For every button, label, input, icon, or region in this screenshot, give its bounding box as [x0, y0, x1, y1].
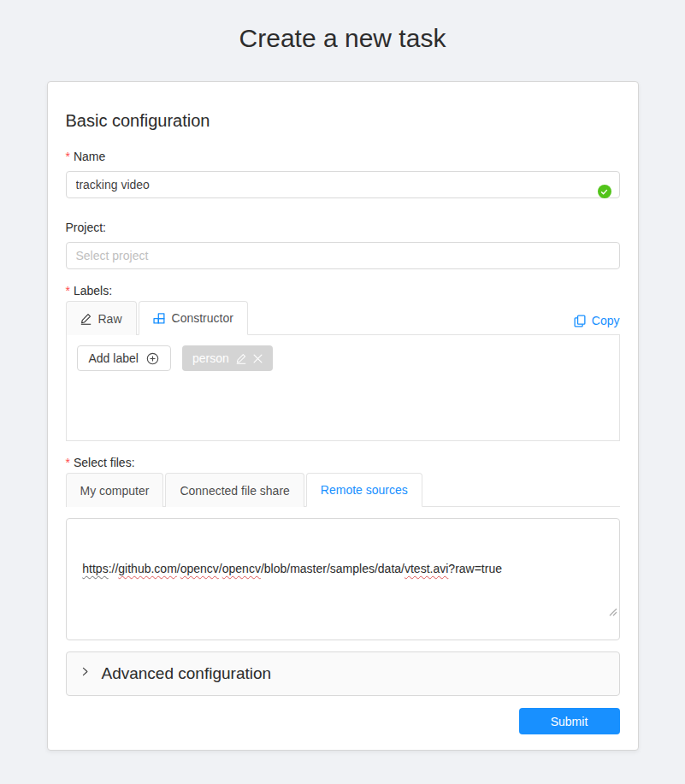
plus-circle-icon — [146, 352, 159, 365]
project-select-input[interactable] — [66, 242, 620, 269]
labels-field-label: *Labels: — [66, 283, 620, 298]
tab-remote-sources-label: Remote sources — [321, 483, 408, 497]
tab-raw[interactable]: Raw — [66, 301, 137, 335]
tab-connected-file-share[interactable]: Connected file share — [165, 473, 304, 507]
files-label-text: Select files: — [74, 456, 135, 469]
tab-my-computer[interactable]: My computer — [66, 473, 164, 507]
required-marker: * — [66, 150, 70, 163]
tab-constructor-label: Constructor — [172, 311, 233, 325]
advanced-configuration-toggle[interactable]: Advanced configuration — [66, 651, 620, 696]
name-input-wrap — [66, 171, 620, 198]
advanced-configuration-label: Advanced configuration — [102, 664, 272, 683]
name-input[interactable] — [66, 171, 620, 198]
edit-icon[interactable] — [236, 353, 246, 364]
project-field-label: Project: — [66, 220, 620, 235]
tab-constructor[interactable]: Constructor — [139, 301, 248, 335]
label-tag-name: person — [192, 351, 229, 365]
labels-label-text: Labels: — [74, 284, 112, 298]
close-icon[interactable] — [253, 354, 263, 363]
resize-grip-icon[interactable] — [588, 587, 617, 638]
project-label-text: Project: — [66, 221, 106, 234]
labels-constructor-panel: Add label person — [66, 335, 620, 441]
add-label-button-label: Add label — [89, 351, 139, 365]
labels-tabbar: Raw Constructor Copy — [66, 301, 620, 335]
name-field-label: *Name — [66, 149, 620, 164]
chevron-right-icon — [80, 667, 90, 676]
remote-urls-textarea[interactable]: https://github.com/opencv/opencv/blob/ma… — [66, 518, 620, 640]
files-tabbar: My computer Connected file share Remote … — [66, 473, 620, 507]
submit-button[interactable]: Submit — [519, 708, 620, 734]
submit-row: Submit — [66, 708, 620, 734]
tab-connected-file-share-label: Connected file share — [180, 484, 289, 498]
label-tag-person[interactable]: person — [182, 345, 273, 371]
page-title: Create a new task — [0, 0, 685, 54]
copy-button[interactable]: Copy — [574, 314, 620, 327]
edit-icon — [80, 313, 92, 325]
tab-my-computer-label: My computer — [80, 484, 150, 498]
basic-configuration-heading: Basic configuration — [66, 109, 620, 132]
tab-remote-sources[interactable]: Remote sources — [306, 473, 422, 507]
add-label-button[interactable]: Add label — [77, 345, 171, 371]
name-label-text: Name — [74, 150, 105, 163]
copy-button-label: Copy — [592, 314, 620, 327]
copy-icon — [574, 315, 586, 327]
check-circle-icon — [598, 185, 611, 198]
required-marker: * — [66, 456, 70, 469]
build-icon — [153, 312, 165, 324]
create-task-card: Basic configuration *Name Project: *Labe… — [47, 81, 639, 751]
tab-raw-label: Raw — [98, 312, 122, 326]
required-marker: * — [66, 284, 70, 298]
files-field-label: *Select files: — [66, 455, 620, 470]
